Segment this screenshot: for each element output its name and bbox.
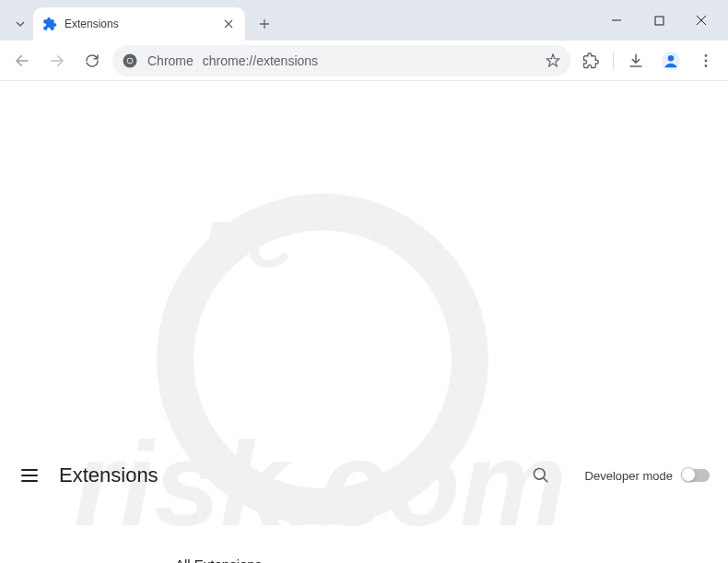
address-url: chrome://extensions	[203, 53, 535, 68]
developer-mode-toggle[interactable]	[682, 469, 710, 482]
toolbar-separator	[613, 52, 614, 70]
svg-rect-0	[655, 17, 663, 25]
window-controls	[597, 6, 721, 34]
toggle-thumb	[681, 467, 696, 482]
svg-point-3	[128, 58, 133, 63]
chevron-down-icon	[15, 18, 26, 29]
menu-button[interactable]	[691, 46, 721, 76]
star-icon	[545, 53, 561, 69]
arrow-left-icon	[14, 53, 30, 69]
extensions-button[interactable]	[576, 46, 605, 76]
new-tab-button[interactable]	[251, 10, 278, 38]
puzzle-icon	[582, 53, 599, 69]
minimize-icon	[611, 15, 622, 26]
hamburger-menu-button[interactable]	[18, 464, 41, 487]
developer-mode-section: Developer mode	[585, 469, 710, 483]
page-header: Extensions Developer mode	[0, 450, 728, 501]
address-bar[interactable]: Chrome chrome://extensions	[112, 45, 570, 76]
minimize-button[interactable]	[597, 6, 636, 34]
browser-tab[interactable]: Extensions	[33, 7, 245, 41]
search-extensions-button[interactable]	[530, 464, 552, 487]
svg-point-8	[705, 65, 708, 67]
maximize-button[interactable]	[640, 6, 678, 34]
dots-vertical-icon	[699, 53, 713, 68]
tab-search-dropdown[interactable]	[7, 7, 33, 41]
maximize-icon	[654, 16, 664, 26]
download-icon	[628, 53, 644, 69]
chrome-logo-icon	[122, 53, 138, 69]
page-content: All Extensions My Search Newtab Transfor…	[0, 501, 728, 563]
tab-title: Extensions	[65, 18, 214, 30]
svg-point-6	[705, 54, 708, 57]
svg-point-5	[668, 55, 674, 61]
extensions-page: PCrisk.com Extensions Developer mode All…	[0, 81, 728, 563]
extension-puzzle-icon	[42, 17, 57, 31]
plus-icon	[259, 18, 270, 29]
profile-button[interactable]	[656, 46, 686, 76]
window-titlebar: Extensions	[0, 0, 728, 41]
forward-button[interactable]	[42, 46, 72, 76]
browser-toolbar: Chrome chrome://extensions	[0, 41, 728, 81]
page-title: Extensions	[59, 463, 511, 487]
arrow-right-icon	[49, 53, 65, 69]
developer-mode-label: Developer mode	[585, 469, 673, 483]
tab-close-button[interactable]	[221, 17, 236, 31]
search-icon	[532, 466, 550, 485]
back-button[interactable]	[7, 46, 37, 76]
reload-icon	[84, 53, 100, 69]
address-prefix: Chrome	[147, 53, 194, 68]
profile-icon	[661, 51, 681, 71]
hamburger-icon	[20, 466, 39, 485]
downloads-button[interactable]	[621, 46, 651, 76]
close-icon	[696, 15, 707, 26]
close-icon	[224, 19, 233, 29]
close-window-button[interactable]	[682, 6, 721, 34]
svg-point-7	[705, 59, 708, 62]
bookmark-button[interactable]	[545, 53, 561, 69]
reload-button[interactable]	[77, 46, 107, 76]
section-title: All Extensions	[175, 557, 728, 563]
svg-text:PC: PC	[203, 209, 294, 281]
